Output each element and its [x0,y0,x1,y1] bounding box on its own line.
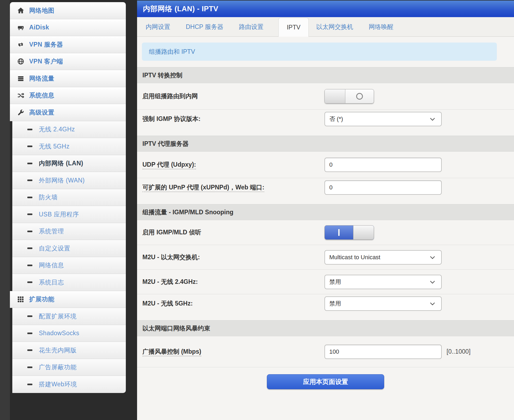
row-xupnpd: 可扩展的 UPnP 代理 (xUPNPd)，Web 端口: [137,178,514,204]
sidebar-item-network-map[interactable]: 网络地图 [10,2,126,19]
sidebar-item-vpn-server[interactable]: VPN 服务器 [10,36,126,53]
m2u-ethernet-select[interactable]: Multicast to Unicast [324,250,442,265]
chevron-down-icon [430,300,435,305]
sidebar-item-extensions[interactable]: 扩展功能 [10,291,126,308]
row-enable-multicast-routing: 启用组播路由到内网 [137,83,514,109]
toggle-knob [325,89,345,103]
dash-icon [27,213,32,215]
sidebar-item-wireless-5ghz[interactable]: 无线 5GHz [12,138,126,155]
m2u-wireless-24-select[interactable]: 禁用 [324,275,442,289]
dash-icon [27,333,32,334]
dash-icon [27,197,32,198]
row-enable-snooping: 启用 IGMP/MLD 侦听 [137,220,514,245]
sidebar-item-web-env[interactable]: 搭建Web环境 [12,376,126,393]
sidebar-item-shadowsocks[interactable]: ShadowSocks [12,325,126,342]
sidebar-item-label: 扩展功能 [29,295,54,303]
sidebar-item-label: USB 应用程序 [39,210,79,219]
sidebar-item-advanced-settings[interactable]: 高级设置 [10,104,126,121]
sidebar: 网络地图 AiDisk VPN 服务器 VPN 客户端 网络流量 系统信息 [10,2,126,393]
m2u-wireless-5-select[interactable]: 禁用 [324,296,442,311]
sidebar-item-lan[interactable]: 内部网络 (LAN) [12,155,126,172]
tab-iptv[interactable]: IPTV [278,18,309,37]
chevron-down-icon [430,254,435,259]
dash-icon [27,146,32,147]
tab-wake-on-lan[interactable]: 网络唤醒 [369,17,393,36]
sidebar-item-wireless-24ghz[interactable]: 无线 2.4GHz [12,121,126,138]
sidebar-item-network-info[interactable]: 网络信息 [12,257,126,274]
field-label: M2U - 无线 5GHz: [142,299,324,308]
storm-control-input[interactable] [324,345,442,359]
igmp-snooping-toggle[interactable] [324,225,374,240]
sidebar-item-label: 自定义设置 [39,244,70,253]
sidebar-item-vpn-client[interactable]: VPN 客户端 [10,53,126,70]
row-storm-control: 广播风暴控制 (Mbps) [0..1000] [137,336,514,367]
tab-label: 路由设置 [239,23,263,31]
multicast-routing-toggle[interactable] [324,89,374,104]
igmp-version-select[interactable]: 否 (*) [324,112,442,126]
sidebar-item-firewall[interactable]: 防火墙 [12,189,126,206]
tab-bar: 内网设置 DHCP 服务器 路由设置 IPTV 以太网交换机 网络唤醒 [137,17,514,37]
sidebar-item-ad-block[interactable]: 广告屏蔽功能 [12,359,126,376]
section-title: IPTV 代理服务器 [142,140,189,148]
sidebar-item-label: 外部网络 (WAN) [39,176,85,185]
section-title: IPTV 转换控制 [142,71,183,79]
dash-icon [27,366,32,368]
tab-routing[interactable]: 路由设置 [239,17,263,36]
section-header-storm-control: 以太网端口网络风暴约束 [137,320,514,336]
apply-button-label: 应用本页面设置 [303,377,348,386]
udp-proxy-input[interactable] [324,158,442,172]
field-label: 启用 IGMP/MLD 侦听 [142,228,324,236]
tab-label: IPTV [287,24,300,31]
dash-icon [27,163,32,164]
main-content: 内部网络 (LAN) - IPTV 内网设置 DHCP 服务器 路由设置 IPT… [137,1,514,420]
range-hint: [0..1000] [447,348,471,355]
sidebar-item-label: 网络信息 [39,261,64,269]
dash-icon [27,384,32,385]
dash-icon [27,315,32,317]
dash-icon [27,129,32,130]
xupnpd-port-input[interactable] [324,180,442,195]
sidebar-item-label: 花生壳内网版 [39,346,77,354]
sidebar-item-label: 系统管理 [39,227,64,235]
field-label: UDP 代理 (Udpxy): [142,161,324,169]
sidebar-item-label: VPN 服务器 [29,40,63,49]
sidebar-item-label: 无线 2.4GHz [39,125,75,133]
tab-label: 网络唤醒 [369,23,393,31]
field-label: M2U - 以太网交换机: [142,253,324,261]
select-value: Multicast to Unicast [329,254,380,261]
retweet-icon [16,41,25,48]
row-force-igmp-version: 强制 IGMP 协议版本: 否 (*) [137,109,514,136]
field-label: 广播风暴控制 (Mbps) [142,348,324,356]
tab-label: DHCP 服务器 [186,23,223,31]
field-label: M2U - 无线 2.4GHz: [142,278,324,286]
sidebar-item-system-admin[interactable]: 系统管理 [12,223,126,240]
home-icon [16,7,25,14]
sidebar-item-wan[interactable]: 外部网络 (WAN) [12,172,126,189]
traffic-bars-icon [16,75,25,82]
sidebar-item-custom-settings[interactable]: 自定义设置 [12,240,126,257]
sidebar-item-label: 网络地图 [29,6,54,15]
sidebar-item-oray-peanut[interactable]: 花生壳内网版 [12,342,126,359]
select-value: 否 (*) [329,115,343,123]
sidebar-item-network-traffic[interactable]: 网络流量 [10,70,126,87]
sidebar-item-config-ext-env[interactable]: 配置扩展环境 [12,308,126,325]
dash-icon [27,247,32,249]
sidebar-item-system-log[interactable]: 系统日志 [12,274,126,291]
sidebar-item-label: VPN 客户端 [29,57,63,66]
sidebar-item-system-info[interactable]: 系统信息 [10,87,126,104]
window-left-edge [0,0,10,420]
tab-lan-settings[interactable]: 内网设置 [146,17,170,36]
field-label: 强制 IGMP 协议版本: [142,115,324,123]
row-m2u-wireless-24: M2U - 无线 2.4GHz: 禁用 [137,269,514,294]
tab-ethernet-switch[interactable]: 以太网交换机 [316,17,353,36]
sidebar-item-aidisk[interactable]: AiDisk [10,19,126,36]
sidebar-item-label: 配置扩展环境 [39,312,77,320]
sidebar-item-usb-apps[interactable]: USB 应用程序 [12,206,126,223]
apply-settings-button[interactable]: 应用本页面设置 [267,374,384,389]
sidebar-item-label: 系统信息 [29,91,54,100]
row-m2u-ethernet: M2U - 以太网交换机: Multicast to Unicast [137,245,514,269]
tab-label: 以太网交换机 [316,23,353,31]
tab-dhcp-server[interactable]: DHCP 服务器 [186,17,223,36]
section-header-iptv-control: IPTV 转换控制 [137,67,514,83]
dash-icon [27,281,32,283]
